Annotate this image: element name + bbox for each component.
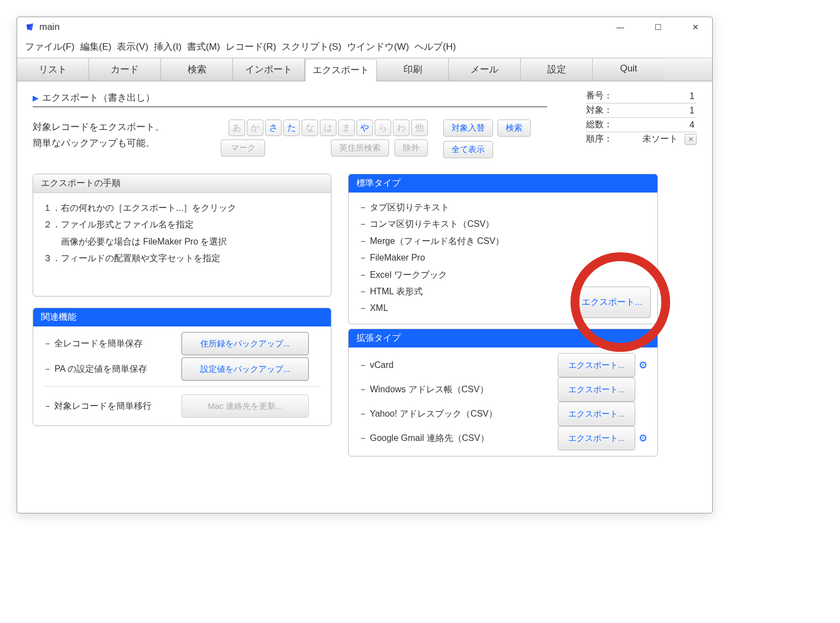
section-header: ▶ エクスポート（書き出し）: [33, 91, 547, 107]
sort-clear-button[interactable]: ✕: [685, 134, 697, 145]
kana-5[interactable]: は: [320, 120, 336, 136]
menu-record[interactable]: レコード(R): [224, 40, 279, 53]
tabbar: リスト カード 検索 インポート エクスポート 印刷 メール 設定 Quit: [17, 58, 712, 81]
kana-10[interactable]: 他: [411, 120, 428, 136]
extended-head: 拡張タイプ: [349, 329, 657, 347]
tab-mail[interactable]: メール: [449, 58, 521, 81]
related-panel: 関連機能 － 全レコードを簡単保存住所録をバックアップ... － PA の設定値…: [33, 308, 331, 426]
export-gmail-button[interactable]: エクスポート...: [558, 426, 635, 450]
minimize-button[interactable]: —: [611, 20, 629, 34]
export-windows-button[interactable]: エクスポート...: [558, 377, 635, 402]
kana-9[interactable]: わ: [393, 120, 409, 136]
desc-line1: 対象レコードをエクスポート。: [33, 120, 221, 136]
tab-list[interactable]: リスト: [17, 58, 89, 81]
tab-quit[interactable]: Quit: [593, 58, 665, 81]
export-vcard-button[interactable]: エクスポート...: [558, 353, 635, 377]
ext-item1: － Windows アドレス帳（CSV）: [359, 381, 558, 398]
kana-2[interactable]: さ: [265, 120, 282, 136]
window-title: main: [39, 22, 60, 33]
std-item0: － タブ区切りテキスト: [359, 199, 647, 216]
menu-view[interactable]: 表示(V): [115, 40, 151, 53]
tab-card[interactable]: カード: [89, 58, 161, 81]
window-controls: — ☐ ✕: [611, 20, 704, 34]
stat-total-value: 4: [689, 120, 697, 130]
description: 対象レコードをエクスポート。 簡単なバックアップも可能。: [33, 120, 221, 152]
menu-insert[interactable]: 挿入(I): [152, 40, 184, 53]
tab-settings[interactable]: 設定: [521, 58, 593, 81]
stat-order-value: 未ソート: [642, 133, 680, 145]
search-button[interactable]: 検索: [497, 120, 531, 137]
std-item3: － FileMaker Pro: [359, 250, 647, 266]
stat-order-label: 順序：: [586, 133, 617, 145]
kana-0[interactable]: あ: [229, 120, 245, 136]
kana-8[interactable]: ら: [375, 120, 391, 136]
record-stats: 番号：1 対象：1 総数：4 順序：未ソート✕: [586, 89, 697, 146]
stat-num-label: 番号：: [586, 90, 617, 102]
gear-icon[interactable]: ⚙: [639, 428, 647, 448]
swap-target-button[interactable]: 対象入替: [443, 120, 493, 137]
procedure-step3: ３．フィールドの配置順や文字セットを指定: [43, 250, 321, 267]
tab-search[interactable]: 検索: [161, 58, 233, 81]
titlebar: main — ☐ ✕: [17, 17, 712, 37]
triangle-icon: ▶: [33, 94, 39, 102]
menubar: ファイル(F) 編集(E) 表示(V) 挿入(I) 書式(M) レコード(R) …: [17, 37, 712, 58]
kana-7[interactable]: や: [356, 120, 373, 136]
maximize-button[interactable]: ☐: [649, 20, 667, 34]
standard-head: 標準タイプ: [349, 174, 657, 193]
tab-print[interactable]: 印刷: [377, 58, 449, 81]
procedure-head: エクスポートの手順: [33, 174, 331, 193]
related-item1: － 全レコードを簡単保存: [43, 335, 182, 352]
kana-group: あかさたなはまやらわ他 マーク 英住所検索 除外: [221, 120, 428, 157]
export-yahoo-button[interactable]: エクスポート...: [558, 402, 635, 426]
tab-export[interactable]: エクスポート: [305, 59, 377, 81]
menu-format[interactable]: 書式(M): [185, 40, 222, 53]
menu-script[interactable]: スクリプト(S): [279, 40, 344, 53]
desc-line2: 簡単なバックアップも可能。: [33, 136, 221, 152]
procedure-step2b: 画像が必要な場合は FileMaker Pro を選択: [43, 233, 321, 250]
std-item2: － Merge（フィールド名付き CSV）: [359, 233, 647, 250]
std-item4: － Excel ワークブック: [359, 267, 647, 283]
app-icon: [25, 22, 35, 32]
menu-window[interactable]: ウインドウ(W): [345, 40, 411, 53]
ext-item3: － Google Gmail 連絡先（CSV）: [359, 429, 558, 447]
gear-icon[interactable]: ⚙: [639, 355, 647, 375]
exclude-button[interactable]: 除外: [395, 139, 428, 157]
stat-total-label: 総数：: [586, 119, 617, 131]
show-all-button[interactable]: 全て表示: [443, 141, 493, 158]
kana-1[interactable]: か: [247, 120, 263, 136]
procedure-panel: エクスポートの手順 １．右の何れかの［エクスポート...］をクリック ２．ファイ…: [33, 174, 331, 297]
stat-num-value: 1: [689, 91, 697, 101]
backup-addressbook-button[interactable]: 住所録をバックアップ...: [182, 332, 309, 355]
ext-item2: － Yahoo! アドレスブック（CSV）: [359, 405, 558, 423]
kana-3[interactable]: た: [283, 120, 300, 136]
backup-settings-button[interactable]: 設定値をバックアップ...: [182, 357, 309, 381]
mark-button[interactable]: マーク: [221, 139, 265, 157]
action-column: 対象入替 検索 全て表示: [443, 120, 531, 158]
address-search-button[interactable]: 英住所検索: [331, 139, 389, 157]
close-button[interactable]: ✕: [687, 20, 704, 34]
app-window: main — ☐ ✕ ファイル(F) 編集(E) 表示(V) 挿入(I) 書式(…: [17, 17, 713, 513]
standard-type-panel: 標準タイプ － タブ区切りテキスト － コンマ区切りテキスト（CSV） － Me…: [348, 174, 658, 324]
procedure-step2: ２．ファイル形式とファイル名を指定: [43, 216, 321, 233]
menu-file[interactable]: ファイル(F): [23, 40, 77, 53]
std-item1: － コンマ区切りテキスト（CSV）: [359, 216, 647, 232]
standard-export-button[interactable]: エクスポート...: [573, 287, 651, 318]
update-mac-contacts-button[interactable]: Mac 連絡先を更新...: [182, 394, 309, 418]
procedure-step1: １．右の何れかの［エクスポート...］をクリック: [43, 200, 321, 216]
related-item3: － 対象レコードを簡単移行: [43, 397, 182, 415]
extended-type-panel: 拡張タイプ － vCardエクスポート...⚙ － Windows アドレス帳（…: [348, 329, 658, 456]
stat-target-value: 1: [689, 106, 697, 116]
kana-6[interactable]: ま: [338, 120, 355, 136]
kana-filter: あかさたなはまやらわ他: [229, 120, 428, 136]
panels: エクスポートの手順 １．右の何れかの［エクスポート...］をクリック ２．ファイ…: [33, 174, 697, 456]
kana-4[interactable]: な: [302, 120, 318, 136]
stat-target-label: 対象：: [586, 105, 617, 116]
related-head: 関連機能: [33, 308, 331, 326]
ext-item0: － vCard: [359, 356, 558, 374]
menu-edit[interactable]: 編集(E): [78, 40, 114, 53]
content: ▶ エクスポート（書き出し） 番号：1 対象：1 総数：4 順序：未ソート✕ 対…: [17, 81, 712, 466]
menu-help[interactable]: ヘルプ(H): [412, 40, 458, 53]
tab-import[interactable]: インポート: [233, 58, 305, 81]
section-title: エクスポート（書き出し）: [42, 91, 155, 104]
related-item2: － PA の設定値を簡単保存: [43, 360, 182, 378]
